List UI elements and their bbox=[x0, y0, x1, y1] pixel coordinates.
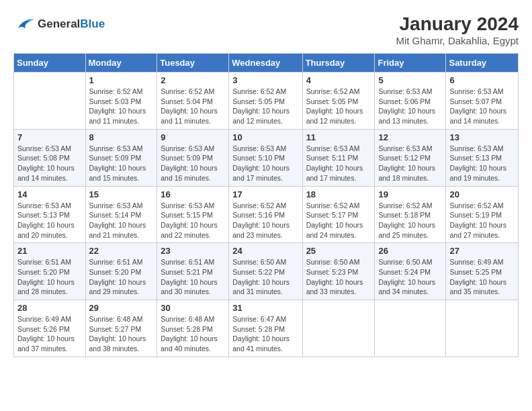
day-number: 4 bbox=[306, 75, 371, 85]
day-info: Sunrise: 6:52 AM Sunset: 5:04 PM Dayligh… bbox=[161, 87, 225, 126]
day-number: 29 bbox=[89, 303, 154, 313]
day-info: Sunrise: 6:50 AM Sunset: 5:22 PM Dayligh… bbox=[232, 257, 298, 297]
day-info: Sunrise: 6:53 AM Sunset: 5:09 PM Dayligh… bbox=[89, 144, 154, 183]
calendar-cell: 18Sunrise: 6:52 AM Sunset: 5:17 PM Dayli… bbox=[302, 186, 375, 243]
calendar-cell: 14Sunrise: 6:53 AM Sunset: 5:13 PM Dayli… bbox=[14, 186, 86, 243]
day-number: 9 bbox=[161, 132, 225, 142]
day-number: 24 bbox=[232, 246, 298, 256]
day-number: 31 bbox=[232, 303, 298, 313]
logo-text: GeneralBlue bbox=[38, 17, 105, 31]
calendar-cell: 17Sunrise: 6:52 AM Sunset: 5:16 PM Dayli… bbox=[229, 186, 302, 243]
day-number: 21 bbox=[17, 246, 82, 256]
day-info: Sunrise: 6:53 AM Sunset: 5:07 PM Dayligh… bbox=[449, 87, 515, 126]
day-number: 23 bbox=[161, 246, 225, 256]
day-number: 11 bbox=[306, 132, 371, 142]
day-number: 30 bbox=[161, 303, 225, 313]
calendar-week-row: 1Sunrise: 6:52 AM Sunset: 5:03 PM Daylig… bbox=[14, 73, 519, 130]
weekday-header: Thursday bbox=[302, 54, 375, 73]
calendar-cell: 9Sunrise: 6:53 AM Sunset: 5:09 PM Daylig… bbox=[157, 129, 229, 186]
day-info: Sunrise: 6:48 AM Sunset: 5:27 PM Dayligh… bbox=[89, 314, 154, 354]
calendar-cell: 11Sunrise: 6:53 AM Sunset: 5:11 PM Dayli… bbox=[302, 129, 375, 186]
day-info: Sunrise: 6:49 AM Sunset: 5:25 PM Dayligh… bbox=[449, 257, 515, 297]
day-info: Sunrise: 6:52 AM Sunset: 5:19 PM Dayligh… bbox=[449, 201, 515, 240]
calendar-cell: 21Sunrise: 6:51 AM Sunset: 5:20 PM Dayli… bbox=[14, 243, 86, 300]
day-info: Sunrise: 6:52 AM Sunset: 5:05 PM Dayligh… bbox=[232, 87, 298, 126]
month-title: January 2024 bbox=[396, 13, 519, 35]
day-info: Sunrise: 6:53 AM Sunset: 5:13 PM Dayligh… bbox=[17, 201, 82, 240]
day-info: Sunrise: 6:51 AM Sunset: 5:21 PM Dayligh… bbox=[161, 257, 225, 297]
calendar-week-row: 21Sunrise: 6:51 AM Sunset: 5:20 PM Dayli… bbox=[14, 243, 519, 300]
day-number: 26 bbox=[378, 246, 442, 256]
calendar-cell: 3Sunrise: 6:52 AM Sunset: 5:05 PM Daylig… bbox=[229, 73, 302, 130]
day-info: Sunrise: 6:53 AM Sunset: 5:06 PM Dayligh… bbox=[378, 87, 442, 126]
day-number: 18 bbox=[306, 189, 371, 199]
logo: GeneralBlue bbox=[13, 13, 105, 35]
calendar-cell: 12Sunrise: 6:53 AM Sunset: 5:12 PM Dayli… bbox=[375, 129, 446, 186]
day-info: Sunrise: 6:52 AM Sunset: 5:17 PM Dayligh… bbox=[306, 201, 371, 240]
day-number: 10 bbox=[232, 132, 298, 142]
day-number: 22 bbox=[89, 246, 154, 256]
calendar-cell: 19Sunrise: 6:52 AM Sunset: 5:18 PM Dayli… bbox=[375, 186, 446, 243]
calendar-cell: 31Sunrise: 6:47 AM Sunset: 5:28 PM Dayli… bbox=[229, 300, 302, 357]
calendar-cell: 5Sunrise: 6:53 AM Sunset: 5:06 PM Daylig… bbox=[375, 73, 446, 130]
day-info: Sunrise: 6:53 AM Sunset: 5:15 PM Dayligh… bbox=[161, 201, 225, 240]
calendar-cell: 26Sunrise: 6:50 AM Sunset: 5:24 PM Dayli… bbox=[375, 243, 446, 300]
day-number: 28 bbox=[17, 303, 82, 313]
day-info: Sunrise: 6:50 AM Sunset: 5:24 PM Dayligh… bbox=[378, 257, 442, 297]
day-number: 3 bbox=[232, 75, 298, 85]
calendar-cell: 20Sunrise: 6:52 AM Sunset: 5:19 PM Dayli… bbox=[446, 186, 519, 243]
day-info: Sunrise: 6:53 AM Sunset: 5:13 PM Dayligh… bbox=[449, 144, 515, 183]
day-info: Sunrise: 6:50 AM Sunset: 5:23 PM Dayligh… bbox=[306, 257, 371, 297]
day-info: Sunrise: 6:53 AM Sunset: 5:08 PM Dayligh… bbox=[17, 144, 82, 183]
day-info: Sunrise: 6:49 AM Sunset: 5:26 PM Dayligh… bbox=[17, 314, 82, 354]
calendar-cell: 6Sunrise: 6:53 AM Sunset: 5:07 PM Daylig… bbox=[446, 73, 519, 130]
day-info: Sunrise: 6:53 AM Sunset: 5:14 PM Dayligh… bbox=[89, 201, 154, 240]
weekday-header: Monday bbox=[85, 54, 157, 73]
calendar-cell bbox=[446, 300, 519, 357]
calendar-cell bbox=[14, 73, 86, 130]
weekday-header: Friday bbox=[375, 54, 446, 73]
day-number: 5 bbox=[378, 75, 442, 85]
calendar-cell: 24Sunrise: 6:50 AM Sunset: 5:22 PM Dayli… bbox=[229, 243, 302, 300]
calendar-cell: 7Sunrise: 6:53 AM Sunset: 5:08 PM Daylig… bbox=[14, 129, 86, 186]
day-info: Sunrise: 6:53 AM Sunset: 5:10 PM Dayligh… bbox=[232, 144, 298, 183]
calendar-cell bbox=[302, 300, 375, 357]
calendar-cell: 13Sunrise: 6:53 AM Sunset: 5:13 PM Dayli… bbox=[446, 129, 519, 186]
day-number: 8 bbox=[89, 132, 154, 142]
day-info: Sunrise: 6:53 AM Sunset: 5:11 PM Dayligh… bbox=[306, 144, 371, 183]
day-info: Sunrise: 6:51 AM Sunset: 5:20 PM Dayligh… bbox=[17, 257, 82, 297]
day-number: 1 bbox=[89, 75, 154, 85]
weekday-header: Saturday bbox=[446, 54, 519, 73]
page-header: GeneralBlue January 2024 Mit Ghamr, Daka… bbox=[13, 13, 519, 46]
weekday-header-row: SundayMondayTuesdayWednesdayThursdayFrid… bbox=[14, 54, 519, 73]
calendar-cell: 2Sunrise: 6:52 AM Sunset: 5:04 PM Daylig… bbox=[157, 73, 229, 130]
title-block: January 2024 Mit Ghamr, Dakahlia, Egypt bbox=[396, 13, 519, 46]
day-number: 14 bbox=[17, 189, 82, 199]
day-number: 17 bbox=[232, 189, 298, 199]
calendar-cell bbox=[375, 300, 446, 357]
calendar-cell: 8Sunrise: 6:53 AM Sunset: 5:09 PM Daylig… bbox=[85, 129, 157, 186]
calendar-week-row: 14Sunrise: 6:53 AM Sunset: 5:13 PM Dayli… bbox=[14, 186, 519, 243]
day-info: Sunrise: 6:47 AM Sunset: 5:28 PM Dayligh… bbox=[232, 314, 298, 354]
day-number: 16 bbox=[161, 189, 225, 199]
calendar-week-row: 28Sunrise: 6:49 AM Sunset: 5:26 PM Dayli… bbox=[14, 300, 519, 357]
day-info: Sunrise: 6:52 AM Sunset: 5:18 PM Dayligh… bbox=[378, 201, 442, 240]
calendar-cell: 30Sunrise: 6:48 AM Sunset: 5:28 PM Dayli… bbox=[157, 300, 229, 357]
day-info: Sunrise: 6:52 AM Sunset: 5:05 PM Dayligh… bbox=[306, 87, 371, 126]
day-info: Sunrise: 6:52 AM Sunset: 5:03 PM Dayligh… bbox=[89, 87, 154, 126]
calendar-cell: 29Sunrise: 6:48 AM Sunset: 5:27 PM Dayli… bbox=[85, 300, 157, 357]
day-number: 25 bbox=[306, 246, 371, 256]
calendar-cell: 27Sunrise: 6:49 AM Sunset: 5:25 PM Dayli… bbox=[446, 243, 519, 300]
weekday-header: Tuesday bbox=[157, 54, 229, 73]
day-number: 7 bbox=[17, 132, 82, 142]
calendar-cell: 4Sunrise: 6:52 AM Sunset: 5:05 PM Daylig… bbox=[302, 73, 375, 130]
weekday-header: Sunday bbox=[14, 54, 86, 73]
calendar-cell: 10Sunrise: 6:53 AM Sunset: 5:10 PM Dayli… bbox=[229, 129, 302, 186]
day-number: 20 bbox=[449, 189, 515, 199]
day-number: 13 bbox=[449, 132, 515, 142]
day-info: Sunrise: 6:51 AM Sunset: 5:20 PM Dayligh… bbox=[89, 257, 154, 297]
day-number: 2 bbox=[161, 75, 225, 85]
calendar-cell: 22Sunrise: 6:51 AM Sunset: 5:20 PM Dayli… bbox=[85, 243, 157, 300]
calendar-cell: 1Sunrise: 6:52 AM Sunset: 5:03 PM Daylig… bbox=[85, 73, 157, 130]
logo-icon bbox=[13, 13, 35, 35]
